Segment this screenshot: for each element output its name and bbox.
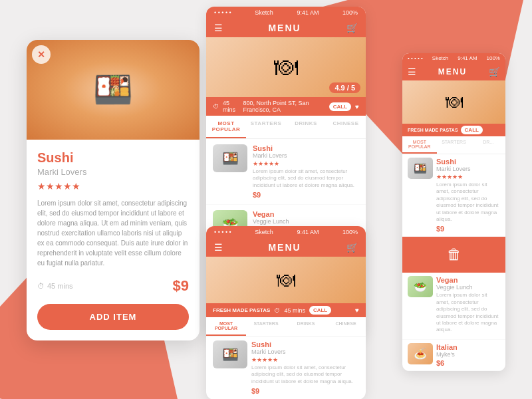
sushi-desc: Lorem ipsum dolor sit amet, consectetur … bbox=[253, 168, 359, 189]
tab-chinese[interactable]: CHINESE bbox=[326, 116, 366, 138]
restaurant-name-b: FRESH MADE PASTAS bbox=[213, 307, 270, 313]
clock-b: ⏱ bbox=[274, 307, 280, 314]
wifi-r: Sketch bbox=[432, 55, 448, 61]
add-item-button[interactable]: ADD ITEM bbox=[37, 304, 189, 330]
heart-icon-b[interactable]: ♥ bbox=[355, 307, 359, 314]
rating-badge: 4.9 / 5 bbox=[329, 82, 360, 93]
time-r: 9:41 AM bbox=[458, 55, 477, 61]
menu-item-vegan-r: 🥗 Vegan Veggie Lunch Lorem ipsum dolor s… bbox=[402, 273, 505, 339]
hamburger-icon-r[interactable]: ☰ bbox=[408, 66, 416, 77]
item-price: $9 bbox=[173, 277, 189, 295]
info-bar-bottom: FRESH MADE PASTAS ⏱ 45 mins CALL ♥ bbox=[206, 303, 366, 317]
title-r: MENU bbox=[438, 67, 467, 76]
sushi-name: Sushi bbox=[253, 144, 359, 152]
tabs-right: MOST POPULAR STARTERS DR... bbox=[402, 136, 505, 154]
heart-icon[interactable]: ♥ bbox=[355, 103, 359, 110]
italian-info-r: Italian Myke's $6 bbox=[436, 343, 500, 367]
vegan-sub-r: Veggie Lunch bbox=[436, 284, 500, 291]
sushi-sub-r: Marki Lovers bbox=[436, 166, 500, 172]
tab-drinks-r[interactable]: DR... bbox=[471, 136, 505, 154]
sushi-image: 🍱 bbox=[213, 144, 247, 172]
sushi-price: $9 bbox=[253, 191, 359, 199]
trash-icon: 🗑 bbox=[447, 246, 462, 263]
cart-icon-r[interactable]: 🛒 bbox=[489, 66, 500, 77]
app-top-bar: ☰ MENU 🛒 bbox=[206, 19, 366, 37]
card-body: Sushi Marki Lovers ★★★★★ Lorem ipsum dol… bbox=[27, 140, 200, 340]
sushi-price-b: $9 bbox=[251, 387, 359, 395]
food-rating-stars: ★★★★★ bbox=[37, 181, 189, 192]
hero-img-r: 🍽 bbox=[402, 80, 505, 124]
card-hero-image: 🍱 ✕ bbox=[27, 40, 200, 140]
time-info: ⏱ 45 mins bbox=[37, 282, 73, 290]
restaurant-hero-image: 🍽 4.9 / 5 bbox=[206, 37, 366, 97]
menu-item-italian-r: 🍝 Italian Myke's $6 bbox=[402, 340, 505, 371]
tab-most-popular-b[interactable]: MOST POPULAR bbox=[206, 317, 246, 336]
tab-starters-r[interactable]: STARTERS bbox=[437, 136, 471, 154]
time-b: 9:41 AM bbox=[297, 229, 319, 235]
sushi-info: Sushi Marki Lovers ★★★★★ Lorem ipsum dol… bbox=[253, 144, 359, 199]
status-bar-right: • • • • • Sketch 9:41 AM 100% bbox=[402, 53, 505, 63]
time-val-b: 45 mins bbox=[284, 307, 305, 314]
info-bar-r: FRESH MADE PASTAS CALL bbox=[402, 124, 505, 136]
cart-icon[interactable]: 🛒 bbox=[346, 23, 358, 33]
food-title: Sushi bbox=[37, 150, 189, 166]
call-button[interactable]: CALL bbox=[329, 102, 351, 111]
close-icon: ✕ bbox=[37, 49, 45, 60]
italian-img-r: 🍝 bbox=[408, 343, 433, 364]
tab-starters[interactable]: STARTERS bbox=[246, 116, 286, 138]
battery-r: 100% bbox=[487, 55, 500, 61]
menu-item-sushi: 🍱 Sushi Marki Lovers ★★★★★ Lorem ipsum d… bbox=[206, 139, 366, 205]
restaurant-address: 800, North Point ST, San Francisco, CA bbox=[243, 100, 325, 113]
sushi-desc-r: Lorem ipsum dolor sit amet, consectetur … bbox=[436, 182, 500, 223]
vegan-img-r: 🥗 bbox=[408, 276, 433, 297]
wifi-label-b: Sketch bbox=[255, 229, 273, 235]
menu-item-sushi-b: 🍱 Sushi Marki Lovers ★★★★★ Lorem ipsum d… bbox=[206, 336, 366, 399]
cart-icon-b[interactable]: 🛒 bbox=[346, 242, 358, 253]
close-button[interactable]: ✕ bbox=[32, 45, 51, 64]
app-title: MENU bbox=[268, 23, 301, 33]
tab-most-popular[interactable]: MOST POPULAR bbox=[206, 116, 246, 138]
menu-tabs: MOST POPULAR STARTERS DRINKS CHINESE bbox=[206, 116, 366, 139]
status-bar-top: • • • • • Sketch 9:41 AM 100% bbox=[206, 7, 366, 19]
tab-chinese-b[interactable]: CHINESE bbox=[326, 317, 366, 336]
tab-drinks-b[interactable]: DRINKS bbox=[286, 317, 326, 336]
sushi-img-r: 🍱 bbox=[408, 158, 433, 179]
clock-icon-small: ⏱ bbox=[213, 103, 219, 110]
hamburger-icon[interactable]: ☰ bbox=[214, 23, 223, 33]
battery-b: 100% bbox=[342, 229, 358, 235]
delete-overlay[interactable]: 🗑 bbox=[402, 237, 505, 273]
sushi-price-r: $9 bbox=[436, 225, 500, 233]
vegan-info-r: Vegan Veggie Lunch Lorem ipsum dolor sit… bbox=[436, 276, 500, 335]
vegan-name: Vegan bbox=[253, 210, 359, 218]
sushi-name-b: Sushi bbox=[251, 340, 359, 348]
sushi-stars: ★★★★★ bbox=[253, 160, 359, 167]
time-value: 45 mins bbox=[47, 282, 73, 290]
signal-dots-b: • • • • • bbox=[214, 229, 231, 235]
phone-bottom: • • • • • Sketch 9:41 AM 100% ☰ MENU 🛒 🍽… bbox=[206, 226, 366, 399]
italian-sub-r: Myke's bbox=[436, 351, 500, 358]
italian-price-r: $6 bbox=[436, 359, 500, 367]
hamburger-icon-b[interactable]: ☰ bbox=[214, 242, 223, 253]
restaurant-time: 45 mins bbox=[223, 100, 239, 113]
italian-name-r: Italian bbox=[436, 343, 500, 351]
hero-image-b: 🍽 bbox=[206, 257, 366, 303]
sushi-sub-b: Marki Lovers bbox=[251, 348, 359, 355]
food-subtitle: Marki Lovers bbox=[37, 167, 189, 177]
top-bar-right: ☰ MENU 🛒 bbox=[402, 63, 505, 80]
tab-popular-r[interactable]: MOST POPULAR bbox=[402, 136, 437, 154]
top-bar-bottom: ☰ MENU 🛒 bbox=[206, 238, 366, 257]
food-description: Lorem ipsum dolor sit amet, consectetur … bbox=[37, 198, 189, 268]
tab-drinks[interactable]: DRINKS bbox=[286, 116, 326, 138]
sushi-info-b: Sushi Marki Lovers ★★★★★ Lorem ipsum dol… bbox=[251, 340, 359, 395]
battery-display: 100% bbox=[342, 9, 358, 16]
food-visual: 🍱 bbox=[27, 40, 200, 140]
restaurant-info-bar: ⏱ 45 mins 800, North Point ST, San Franc… bbox=[206, 97, 366, 116]
signal-dots: • • • • • bbox=[214, 9, 231, 16]
sushi-name-r: Sushi bbox=[436, 158, 500, 166]
call-btn-r[interactable]: CALL bbox=[461, 126, 483, 134]
tab-starters-b[interactable]: STARTERS bbox=[246, 317, 286, 336]
call-button-b[interactable]: CALL bbox=[309, 306, 331, 315]
status-bar-bottom: • • • • • Sketch 9:41 AM 100% bbox=[206, 226, 366, 238]
app-title-b: MENU bbox=[268, 242, 301, 253]
detail-card: 🍱 ✕ Sushi Marki Lovers ★★★★★ Lorem ipsum… bbox=[27, 40, 200, 340]
